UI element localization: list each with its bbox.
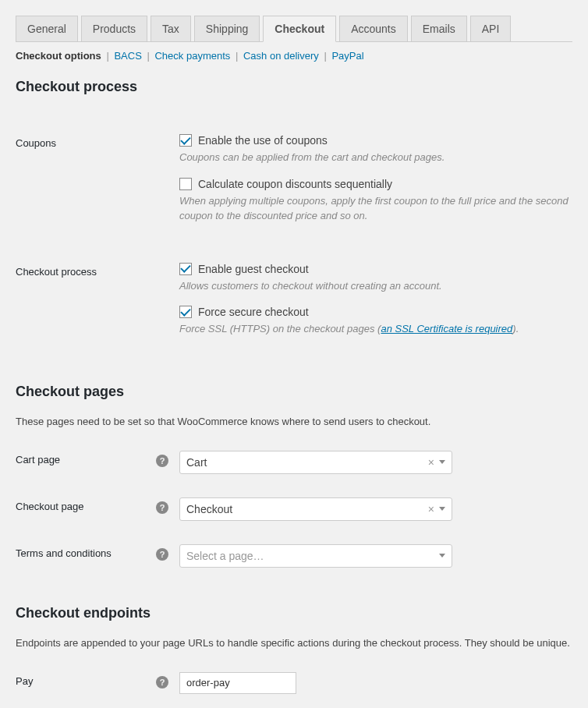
select-checkout-page-value: Checkout (186, 503, 428, 515)
help-icon[interactable]: ? (156, 548, 168, 561)
subnav-bacs[interactable]: BACS (114, 50, 141, 62)
label-checkout-process: Checkout process (16, 263, 179, 278)
select-terms-page[interactable]: Select a page… (179, 544, 452, 568)
heading-checkout-pages: Checkout pages (16, 384, 572, 400)
label-coupons: Coupons (16, 134, 179, 149)
chevron-down-icon (439, 460, 445, 464)
checkbox-guest-checkout[interactable] (179, 263, 192, 275)
label-terms: Terms and conditions ? (16, 544, 179, 559)
tab-shipping[interactable]: Shipping (194, 16, 260, 42)
select-terms-placeholder: Select a page… (186, 550, 439, 562)
checkbox-guest-checkout-label: Enable guest checkout (198, 263, 309, 275)
chevron-down-icon (439, 554, 445, 558)
heading-checkout-endpoints: Checkout endpoints (16, 605, 572, 621)
checkbox-enable-coupons-label: Enable the use of coupons (198, 134, 328, 147)
label-cart-page: Cart page ? (16, 451, 179, 466)
tab-emails[interactable]: Emails (411, 16, 467, 42)
input-pay-endpoint[interactable] (179, 672, 296, 694)
checkbox-force-secure-label: Force secure checkout (198, 306, 309, 318)
clear-icon[interactable]: × (428, 503, 434, 515)
checkbox-sequential-coupons-label: Calculate coupon discounts sequentially (198, 178, 392, 190)
tab-checkout[interactable]: Checkout (263, 16, 336, 42)
checkbox-force-secure[interactable] (179, 306, 192, 318)
tab-api[interactable]: API (470, 16, 512, 42)
desc-force-secure: Force SSL (HTTPS) on the checkout pages … (179, 321, 572, 337)
ssl-certificate-link[interactable]: an SSL Certificate is required (381, 323, 512, 335)
sub-checkout-pages: These pages need to be set so that WooCo… (16, 416, 572, 427)
label-pay: Pay ? (16, 672, 179, 687)
clear-icon[interactable]: × (428, 456, 434, 469)
desc-sequential-coupons: When applying multiple coupons, apply th… (179, 193, 572, 224)
checkout-subnav: Checkout options | BACS | Check payments… (16, 42, 572, 71)
checkbox-sequential-coupons[interactable] (179, 178, 192, 190)
tab-accounts[interactable]: Accounts (339, 16, 408, 42)
checkbox-enable-coupons[interactable] (179, 134, 192, 147)
chevron-down-icon (439, 507, 445, 511)
settings-tabs: General Products Tax Shipping Checkout A… (16, 16, 572, 42)
tab-tax[interactable]: Tax (151, 16, 191, 42)
tab-general[interactable]: General (16, 16, 78, 42)
desc-enable-coupons: Coupons can be applied from the cart and… (179, 150, 572, 165)
subnav-paypal[interactable]: PayPal (331, 50, 363, 62)
label-checkout-page: Checkout page ? (16, 497, 179, 512)
select-cart-page[interactable]: Cart × (179, 451, 452, 474)
help-icon[interactable]: ? (156, 501, 168, 514)
subnav-current: Checkout options (16, 50, 101, 62)
sub-checkout-endpoints: Endpoints are appended to your page URLs… (16, 637, 572, 649)
tab-products[interactable]: Products (81, 16, 147, 42)
heading-checkout-process: Checkout process (16, 79, 572, 95)
help-icon[interactable]: ? (156, 676, 168, 689)
desc-guest-checkout: Allows customers to checkout without cre… (179, 278, 572, 294)
select-cart-page-value: Cart (186, 456, 428, 469)
select-checkout-page[interactable]: Checkout × (179, 497, 452, 521)
subnav-cash-on-delivery[interactable]: Cash on delivery (243, 50, 319, 62)
help-icon[interactable]: ? (156, 455, 168, 467)
subnav-check-payments[interactable]: Check payments (154, 50, 230, 62)
